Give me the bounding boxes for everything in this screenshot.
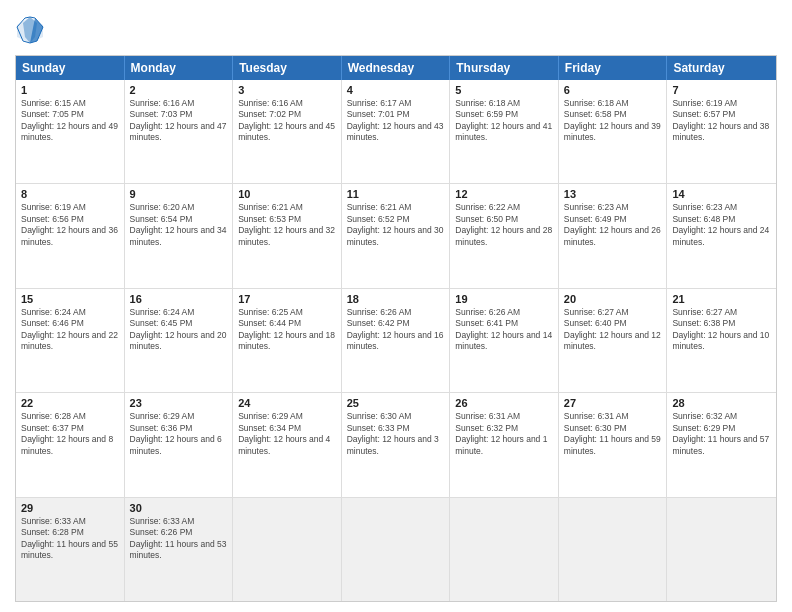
day-info: Sunrise: 6:22 AMSunset: 6:50 PMDaylight:… (455, 202, 553, 248)
day-cell-26: 26Sunrise: 6:31 AMSunset: 6:32 PMDayligh… (450, 393, 559, 496)
day-info: Sunrise: 6:19 AMSunset: 6:56 PMDaylight:… (21, 202, 119, 248)
day-info: Sunrise: 6:24 AMSunset: 6:45 PMDaylight:… (130, 307, 228, 353)
day-cell-16: 16Sunrise: 6:24 AMSunset: 6:45 PMDayligh… (125, 289, 234, 392)
header-day-sunday: Sunday (16, 56, 125, 80)
day-cell-30: 30Sunrise: 6:33 AMSunset: 6:26 PMDayligh… (125, 498, 234, 601)
calendar-week-4: 22Sunrise: 6:28 AMSunset: 6:37 PMDayligh… (16, 393, 776, 497)
day-info: Sunrise: 6:21 AMSunset: 6:53 PMDaylight:… (238, 202, 336, 248)
empty-cell (667, 498, 776, 601)
logo (15, 15, 49, 45)
day-info: Sunrise: 6:21 AMSunset: 6:52 PMDaylight:… (347, 202, 445, 248)
header-day-monday: Monday (125, 56, 234, 80)
day-cell-4: 4Sunrise: 6:17 AMSunset: 7:01 PMDaylight… (342, 80, 451, 183)
day-number: 22 (21, 397, 119, 409)
day-number: 3 (238, 84, 336, 96)
day-info: Sunrise: 6:27 AMSunset: 6:38 PMDaylight:… (672, 307, 771, 353)
day-cell-24: 24Sunrise: 6:29 AMSunset: 6:34 PMDayligh… (233, 393, 342, 496)
day-number: 15 (21, 293, 119, 305)
day-info: Sunrise: 6:20 AMSunset: 6:54 PMDaylight:… (130, 202, 228, 248)
day-cell-19: 19Sunrise: 6:26 AMSunset: 6:41 PMDayligh… (450, 289, 559, 392)
day-number: 1 (21, 84, 119, 96)
day-cell-5: 5Sunrise: 6:18 AMSunset: 6:59 PMDaylight… (450, 80, 559, 183)
day-info: Sunrise: 6:33 AMSunset: 6:28 PMDaylight:… (21, 516, 119, 562)
day-number: 8 (21, 188, 119, 200)
logo-icon (15, 15, 45, 45)
day-cell-9: 9Sunrise: 6:20 AMSunset: 6:54 PMDaylight… (125, 184, 234, 287)
header-day-tuesday: Tuesday (233, 56, 342, 80)
day-number: 20 (564, 293, 662, 305)
day-info: Sunrise: 6:16 AMSunset: 7:02 PMDaylight:… (238, 98, 336, 144)
day-info: Sunrise: 6:28 AMSunset: 6:37 PMDaylight:… (21, 411, 119, 457)
day-info: Sunrise: 6:26 AMSunset: 6:42 PMDaylight:… (347, 307, 445, 353)
day-number: 14 (672, 188, 771, 200)
day-info: Sunrise: 6:23 AMSunset: 6:48 PMDaylight:… (672, 202, 771, 248)
day-cell-22: 22Sunrise: 6:28 AMSunset: 6:37 PMDayligh… (16, 393, 125, 496)
day-number: 16 (130, 293, 228, 305)
day-info: Sunrise: 6:23 AMSunset: 6:49 PMDaylight:… (564, 202, 662, 248)
empty-cell (233, 498, 342, 601)
page: SundayMondayTuesdayWednesdayThursdayFrid… (0, 0, 792, 612)
day-number: 26 (455, 397, 553, 409)
day-number: 17 (238, 293, 336, 305)
day-number: 25 (347, 397, 445, 409)
day-number: 12 (455, 188, 553, 200)
day-number: 6 (564, 84, 662, 96)
calendar-body: 1Sunrise: 6:15 AMSunset: 7:05 PMDaylight… (16, 80, 776, 601)
day-number: 23 (130, 397, 228, 409)
day-number: 30 (130, 502, 228, 514)
calendar-week-3: 15Sunrise: 6:24 AMSunset: 6:46 PMDayligh… (16, 289, 776, 393)
day-number: 24 (238, 397, 336, 409)
day-info: Sunrise: 6:19 AMSunset: 6:57 PMDaylight:… (672, 98, 771, 144)
header-day-saturday: Saturday (667, 56, 776, 80)
day-number: 4 (347, 84, 445, 96)
calendar-header: SundayMondayTuesdayWednesdayThursdayFrid… (16, 56, 776, 80)
day-cell-11: 11Sunrise: 6:21 AMSunset: 6:52 PMDayligh… (342, 184, 451, 287)
day-info: Sunrise: 6:25 AMSunset: 6:44 PMDaylight:… (238, 307, 336, 353)
header-day-wednesday: Wednesday (342, 56, 451, 80)
day-cell-27: 27Sunrise: 6:31 AMSunset: 6:30 PMDayligh… (559, 393, 668, 496)
calendar: SundayMondayTuesdayWednesdayThursdayFrid… (15, 55, 777, 602)
day-number: 19 (455, 293, 553, 305)
header-day-thursday: Thursday (450, 56, 559, 80)
day-info: Sunrise: 6:31 AMSunset: 6:30 PMDaylight:… (564, 411, 662, 457)
day-cell-2: 2Sunrise: 6:16 AMSunset: 7:03 PMDaylight… (125, 80, 234, 183)
day-cell-17: 17Sunrise: 6:25 AMSunset: 6:44 PMDayligh… (233, 289, 342, 392)
calendar-week-2: 8Sunrise: 6:19 AMSunset: 6:56 PMDaylight… (16, 184, 776, 288)
header (15, 15, 777, 45)
day-number: 10 (238, 188, 336, 200)
day-cell-29: 29Sunrise: 6:33 AMSunset: 6:28 PMDayligh… (16, 498, 125, 601)
day-number: 18 (347, 293, 445, 305)
day-number: 5 (455, 84, 553, 96)
day-cell-8: 8Sunrise: 6:19 AMSunset: 6:56 PMDaylight… (16, 184, 125, 287)
day-number: 13 (564, 188, 662, 200)
calendar-week-5: 29Sunrise: 6:33 AMSunset: 6:28 PMDayligh… (16, 498, 776, 601)
day-cell-6: 6Sunrise: 6:18 AMSunset: 6:58 PMDaylight… (559, 80, 668, 183)
day-info: Sunrise: 6:29 AMSunset: 6:34 PMDaylight:… (238, 411, 336, 457)
day-info: Sunrise: 6:32 AMSunset: 6:29 PMDaylight:… (672, 411, 771, 457)
day-info: Sunrise: 6:18 AMSunset: 6:58 PMDaylight:… (564, 98, 662, 144)
empty-cell (342, 498, 451, 601)
day-cell-15: 15Sunrise: 6:24 AMSunset: 6:46 PMDayligh… (16, 289, 125, 392)
day-info: Sunrise: 6:31 AMSunset: 6:32 PMDaylight:… (455, 411, 553, 457)
day-info: Sunrise: 6:17 AMSunset: 7:01 PMDaylight:… (347, 98, 445, 144)
day-number: 7 (672, 84, 771, 96)
day-info: Sunrise: 6:26 AMSunset: 6:41 PMDaylight:… (455, 307, 553, 353)
day-number: 29 (21, 502, 119, 514)
day-number: 9 (130, 188, 228, 200)
day-info: Sunrise: 6:33 AMSunset: 6:26 PMDaylight:… (130, 516, 228, 562)
day-cell-25: 25Sunrise: 6:30 AMSunset: 6:33 PMDayligh… (342, 393, 451, 496)
day-number: 2 (130, 84, 228, 96)
day-info: Sunrise: 6:29 AMSunset: 6:36 PMDaylight:… (130, 411, 228, 457)
day-number: 27 (564, 397, 662, 409)
day-number: 28 (672, 397, 771, 409)
day-cell-21: 21Sunrise: 6:27 AMSunset: 6:38 PMDayligh… (667, 289, 776, 392)
day-info: Sunrise: 6:27 AMSunset: 6:40 PMDaylight:… (564, 307, 662, 353)
day-cell-3: 3Sunrise: 6:16 AMSunset: 7:02 PMDaylight… (233, 80, 342, 183)
day-info: Sunrise: 6:30 AMSunset: 6:33 PMDaylight:… (347, 411, 445, 457)
day-cell-1: 1Sunrise: 6:15 AMSunset: 7:05 PMDaylight… (16, 80, 125, 183)
day-info: Sunrise: 6:18 AMSunset: 6:59 PMDaylight:… (455, 98, 553, 144)
day-cell-18: 18Sunrise: 6:26 AMSunset: 6:42 PMDayligh… (342, 289, 451, 392)
empty-cell (450, 498, 559, 601)
day-info: Sunrise: 6:24 AMSunset: 6:46 PMDaylight:… (21, 307, 119, 353)
day-cell-12: 12Sunrise: 6:22 AMSunset: 6:50 PMDayligh… (450, 184, 559, 287)
